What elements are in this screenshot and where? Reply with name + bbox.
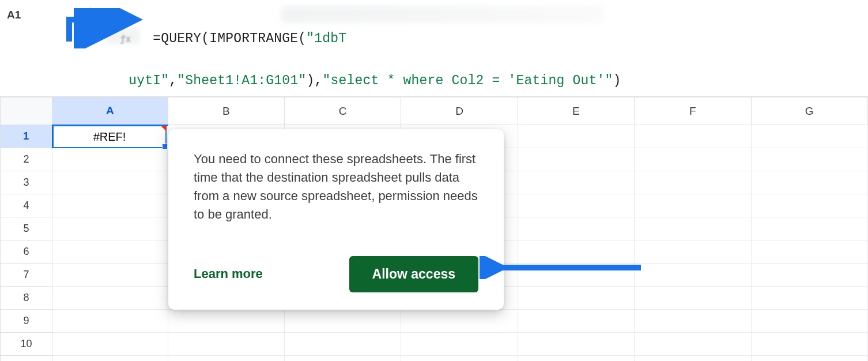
column-header[interactable]: A [52, 97, 168, 125]
column-header[interactable]: F [635, 97, 751, 125]
name-box-wrap: A1 [7, 6, 90, 24]
cell[interactable] [518, 333, 634, 356]
cell[interactable] [284, 356, 401, 361]
cell[interactable] [401, 356, 518, 361]
redacted-region [281, 6, 603, 23]
row-header[interactable]: 4 [1, 194, 52, 217]
cell[interactable] [751, 240, 867, 264]
cell[interactable] [284, 333, 401, 356]
cell[interactable] [751, 148, 867, 171]
fx-icon: ƒx [120, 33, 131, 44]
formula-input[interactable]: =QUERY(IMPORTRANGE("1dbT uytI","Sheet1!A… [90, 3, 861, 92]
cell[interactable] [751, 356, 867, 361]
select-all-corner[interactable] [1, 97, 52, 125]
cell[interactable] [52, 356, 168, 361]
column-header[interactable]: E [518, 97, 634, 125]
formula-bar: A1 =QUERY(IMPORTRANGE("1dbT uytI","Sheet… [0, 0, 868, 97]
column-header[interactable]: C [284, 97, 401, 125]
cell[interactable] [635, 264, 751, 287]
formula-token: "Sheet1!A1:G101" [177, 73, 306, 88]
cell[interactable] [751, 310, 867, 333]
row-header[interactable]: 3 [1, 171, 52, 194]
popup-actions: Learn more Allow access [194, 256, 478, 292]
row-header[interactable]: 6 [1, 240, 52, 264]
cell[interactable] [52, 148, 168, 171]
row-header[interactable]: 2 [1, 148, 52, 171]
cell[interactable] [518, 356, 634, 361]
cell[interactable] [52, 287, 168, 310]
error-indicator-icon[interactable] [161, 126, 167, 131]
formula-token: "1dbT [306, 31, 346, 46]
formula-token: uytI" [129, 73, 169, 88]
cell[interactable] [168, 310, 284, 333]
row-header[interactable]: 10 [1, 333, 52, 356]
cell[interactable] [168, 333, 284, 356]
cell[interactable] [635, 333, 751, 356]
cell[interactable] [518, 240, 634, 264]
cell[interactable] [52, 194, 168, 217]
row-header[interactable]: 7 [1, 264, 52, 287]
row-header[interactable]: 1 [1, 125, 52, 148]
cell[interactable] [635, 356, 751, 361]
cell[interactable] [52, 310, 168, 333]
formula-token: , [169, 73, 177, 88]
cell[interactable] [518, 217, 634, 240]
cell[interactable] [635, 148, 751, 171]
cell[interactable] [751, 217, 867, 240]
column-header-row: A B C D E F G [1, 97, 868, 125]
spreadsheet-grid[interactable]: A B C D E F G 1 2 3 4 5 6 7 8 9 10 11 #R… [0, 97, 868, 361]
cell[interactable] [518, 194, 634, 217]
popup-message: You need to connect these spreadsheets. … [194, 150, 478, 224]
row-header[interactable]: 9 [1, 310, 52, 333]
learn-more-link[interactable]: Learn more [194, 266, 263, 281]
cell[interactable] [518, 148, 634, 171]
access-popup: You need to connect these spreadsheets. … [168, 129, 504, 310]
cell[interactable] [168, 356, 284, 361]
cell[interactable] [52, 217, 168, 240]
cell[interactable] [751, 125, 867, 148]
cell[interactable] [52, 171, 168, 194]
row-header[interactable]: 8 [1, 287, 52, 310]
cell[interactable] [284, 310, 401, 333]
cell[interactable] [635, 240, 751, 264]
cell[interactable] [518, 310, 634, 333]
column-header[interactable]: D [401, 97, 518, 125]
allow-access-button[interactable]: Allow access [349, 256, 478, 292]
cell[interactable] [518, 264, 634, 287]
cell[interactable] [751, 194, 867, 217]
row-header[interactable]: 5 [1, 217, 52, 240]
cell[interactable] [751, 333, 867, 356]
formula-token: "select * where Col2 = 'Eating Out'" [322, 73, 613, 88]
cell[interactable] [52, 125, 168, 148]
cell[interactable] [518, 125, 634, 148]
cell[interactable] [635, 194, 751, 217]
formula-token: ) [613, 73, 621, 88]
column-header[interactable]: B [168, 97, 284, 125]
formula-token: =QUERY(IMPORTRANGE( [153, 31, 306, 46]
row-header[interactable]: 11 [1, 356, 52, 361]
cell[interactable] [635, 310, 751, 333]
formula-token [104, 73, 129, 88]
cell[interactable] [751, 287, 867, 310]
cell[interactable] [52, 240, 168, 264]
cell[interactable] [635, 171, 751, 194]
cell[interactable] [52, 264, 168, 287]
cell[interactable] [401, 310, 518, 333]
cell[interactable] [518, 287, 634, 310]
cell[interactable] [635, 125, 751, 148]
cell[interactable] [751, 171, 867, 194]
column-header[interactable]: G [751, 97, 867, 125]
cell[interactable] [52, 333, 168, 356]
formula-token: ), [306, 73, 322, 88]
name-box[interactable]: A1 [7, 9, 21, 21]
caret-down-icon[interactable] [73, 10, 83, 20]
cell[interactable] [635, 287, 751, 310]
cell[interactable] [751, 264, 867, 287]
cell[interactable] [518, 171, 634, 194]
cell[interactable] [401, 333, 518, 356]
cell[interactable] [635, 217, 751, 240]
